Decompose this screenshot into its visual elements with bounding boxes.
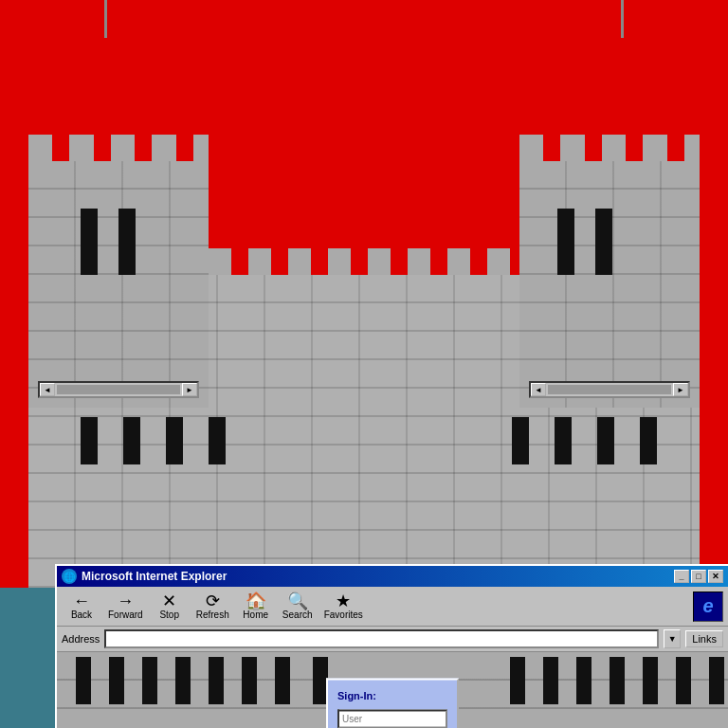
forward-label: Forward	[108, 610, 143, 620]
minimize-button[interactable]: _	[674, 570, 689, 583]
merlon	[328, 248, 351, 275]
address-label: Address	[62, 633, 100, 645]
favorites-label: Favorites	[324, 610, 363, 620]
merlon	[684, 135, 700, 161]
tower-left-brick	[28, 161, 209, 408]
content-right-brick	[500, 652, 728, 728]
castle-battlements	[209, 248, 519, 275]
merlon	[69, 135, 93, 161]
maximize-button[interactable]: □	[691, 570, 706, 583]
ie-titlebar[interactable]: 🌐 Microsoft Internet Explorer _ □ ✕	[57, 566, 728, 587]
arrow-slit	[640, 417, 657, 464]
user-input[interactable]	[337, 709, 447, 728]
castle-wall: ◄ ► TRUMP	[28, 275, 700, 588]
crenel	[135, 135, 152, 161]
home-button[interactable]: 🏠 Home	[236, 590, 276, 623]
ie-toolbar: ← Back → Forward ✕ Stop ⟳ Refresh 🏠 H	[57, 587, 728, 627]
forward-button[interactable]: → Forward	[103, 590, 148, 623]
ie-logo: e	[693, 592, 723, 622]
home-icon: 🏠	[246, 592, 266, 610]
scene: ◄ ► TRUMP	[0, 0, 728, 728]
ie-content: Sign-In: Next ◄ ►	[57, 652, 728, 728]
tower-arrow-slit-r	[557, 209, 574, 275]
back-icon: ←	[73, 592, 90, 610]
address-dropdown[interactable]: ▼	[664, 629, 681, 648]
scroll-right-btn[interactable]: ►	[182, 383, 197, 396]
content-slit	[142, 657, 157, 704]
content-slit-r	[709, 657, 724, 704]
scroll-left-btn-r[interactable]: ◄	[531, 383, 546, 396]
crenel	[626, 135, 643, 161]
ie-window: 🌐 Microsoft Internet Explorer _ □ ✕ ← Ba…	[55, 564, 728, 728]
tower-arrow-slit	[81, 209, 98, 275]
crenel	[311, 248, 328, 275]
content-slit-r	[510, 657, 525, 704]
search-label: Search	[282, 610, 313, 620]
content-slit	[209, 657, 224, 704]
back-button[interactable]: ← Back	[62, 590, 101, 623]
crenel	[94, 135, 111, 161]
merlon	[193, 135, 209, 161]
merlon	[560, 135, 584, 161]
content-slit-r	[676, 657, 691, 704]
content-slit	[109, 657, 124, 704]
content-slit	[175, 657, 191, 704]
back-label: Back	[71, 610, 92, 620]
scroll-right-btn-r[interactable]: ►	[673, 383, 688, 396]
favorites-icon: ★	[336, 592, 351, 610]
content-left-brick	[57, 652, 351, 728]
login-box: Sign-In: Next	[326, 679, 459, 729]
crenel	[585, 135, 602, 161]
merlon	[368, 248, 391, 275]
home-label: Home	[243, 610, 268, 620]
arrow-slit	[555, 417, 572, 464]
refresh-label: Refresh	[196, 610, 229, 620]
scroll-left-btn[interactable]: ◄	[40, 383, 55, 396]
merlon	[248, 248, 271, 275]
scroll-track-r	[548, 385, 671, 394]
refresh-button[interactable]: ⟳ Refresh	[191, 590, 234, 623]
scroll-track	[57, 385, 180, 394]
favorites-button[interactable]: ★ Favorites	[319, 590, 368, 623]
content-slit	[76, 657, 91, 704]
login-title: Sign-In:	[337, 690, 447, 701]
tower-left: ◄ ► TRUMP	[28, 161, 209, 408]
search-button[interactable]: 🔍 Search	[278, 590, 318, 623]
arrow-slit	[123, 417, 140, 464]
address-input[interactable]	[104, 629, 659, 648]
ie-window-buttons: _ □ ✕	[674, 570, 723, 583]
crenel	[176, 135, 193, 161]
ie-window-title: Microsoft Internet Explorer	[82, 570, 227, 583]
merlon	[487, 248, 510, 275]
merlon	[643, 135, 666, 161]
tower-arrow-slit-r	[595, 209, 612, 275]
arrow-slit	[209, 417, 226, 464]
tower-arrow-slit	[118, 209, 136, 275]
merlon	[519, 135, 543, 161]
content-slit-r	[576, 657, 592, 704]
stop-icon: ✕	[162, 592, 176, 610]
close-button[interactable]: ✕	[708, 570, 723, 583]
tower-right-brick	[519, 161, 700, 408]
arrow-slit	[81, 417, 98, 464]
merlon	[288, 248, 311, 275]
crenel	[351, 248, 368, 275]
tower-right: ◄ ►	[519, 161, 700, 408]
content-slit-r	[610, 657, 625, 704]
merlon	[602, 135, 626, 161]
refresh-icon: ⟳	[206, 592, 220, 610]
search-icon: 🔍	[287, 592, 308, 610]
merlon	[111, 135, 135, 161]
stop-button[interactable]: ✕ Stop	[150, 590, 190, 623]
links-button[interactable]: Links	[685, 630, 723, 647]
arrow-slit	[512, 417, 529, 464]
content-slit	[275, 657, 290, 704]
crenel	[271, 248, 288, 275]
content-slit-r	[543, 657, 558, 704]
flagpole-right	[621, 0, 624, 38]
merlon	[152, 135, 175, 161]
crenel	[430, 248, 447, 275]
arrow-slit	[597, 417, 614, 464]
crenel	[231, 248, 248, 275]
merlon	[408, 248, 430, 275]
